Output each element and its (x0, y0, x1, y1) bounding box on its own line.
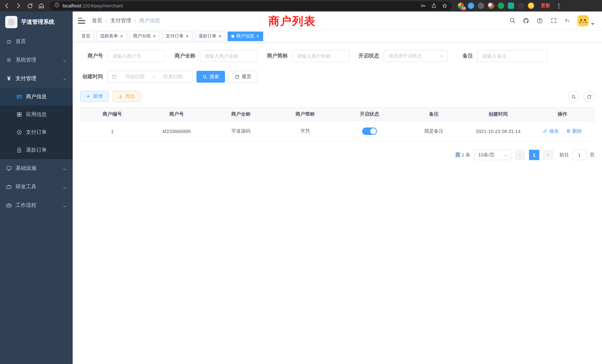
extension-icon-1[interactable]: 10 (458, 3, 464, 9)
close-icon[interactable]: × (120, 34, 123, 39)
close-icon[interactable]: × (218, 34, 222, 39)
date-separator: - (153, 74, 155, 79)
home-icon[interactable] (38, 3, 44, 9)
avatar-caret-icon[interactable] (591, 23, 595, 25)
page-number-1[interactable]: 1 (529, 150, 539, 160)
avatar[interactable] (578, 15, 589, 26)
tab-home[interactable]: 首页 (78, 31, 94, 41)
breadcrumb-payment[interactable]: 支付管理 (110, 17, 131, 24)
sidebar-item-dev-tools[interactable]: 研发工具 (0, 178, 73, 196)
info-icon[interactable] (54, 2, 60, 9)
sidebar-item-refund-orders[interactable]: 退款订单 (0, 141, 73, 159)
filter-row-2: 创建时间 开始日期 - 结束日期 搜索 重置 (80, 71, 595, 83)
full-name-input[interactable] (200, 50, 257, 62)
extension-icon-4[interactable] (488, 3, 494, 9)
table-header-row: 商户编号 商户号 商户全称 商户简称 开启状态 备注 创建时间 操作 (80, 107, 595, 121)
col-full-name: 商户全称 (209, 107, 273, 121)
hamburger-icon[interactable] (78, 18, 85, 23)
goto-page-input[interactable] (572, 150, 587, 160)
sidebar-item-label: 工作流程 (16, 202, 36, 209)
tab-user-group[interactable]: 用户分组 × (129, 31, 160, 41)
cell-merchant-no: M233666999 (144, 121, 209, 141)
sidebar-item-workflow[interactable]: 工作流程 (0, 196, 73, 215)
sidebar-item-system[interactable]: 系统管理 (0, 51, 73, 69)
close-icon[interactable]: × (256, 34, 259, 39)
tab-merchant-info[interactable]: 商户信息 × (228, 31, 263, 41)
tab-process-form[interactable]: 流程表单 × (96, 31, 127, 41)
bookmark-star-icon[interactable] (442, 3, 447, 9)
extension-icon-2[interactable] (468, 3, 474, 9)
breadcrumb-separator: / (135, 18, 136, 23)
table-row: 1 M233666999 芋道源码 芋艿 我是备注 2021-10-23 08:… (80, 121, 595, 141)
tab-label: 首页 (82, 33, 90, 39)
cell-short-name: 芋艿 (273, 121, 337, 141)
close-icon[interactable]: × (152, 34, 156, 39)
extension-icon-5[interactable] (498, 3, 504, 9)
fullscreen-icon[interactable] (550, 17, 557, 24)
prev-page-button[interactable] (515, 150, 525, 160)
help-icon[interactable] (536, 17, 543, 24)
back-icon[interactable] (4, 3, 10, 9)
github-icon[interactable] (523, 17, 529, 24)
cell-create-time: 2021-10-23 08:31:14 (466, 121, 530, 141)
chevron-down-icon (63, 166, 67, 170)
browser-update-button[interactable]: 更新 (541, 3, 550, 9)
breadcrumb: 首页 / 支付管理 / 商户信息 (92, 17, 160, 24)
chevron-left-icon (518, 153, 522, 157)
password-key-icon[interactable] (420, 3, 426, 9)
browser-menu-icon[interactable] (556, 2, 562, 9)
trash-icon (566, 129, 571, 134)
calendar-icon (112, 74, 117, 79)
reload-icon[interactable] (27, 3, 33, 9)
status-select[interactable]: 请选择开启状态 (384, 50, 448, 62)
delete-link[interactable]: 删除 (566, 128, 582, 135)
extension-icon-8[interactable] (528, 3, 534, 9)
remark-input[interactable] (477, 50, 546, 62)
next-page-button[interactable] (543, 150, 553, 160)
page-size-value: 10条/页 (478, 152, 494, 158)
tab-refund-orders[interactable]: 退款订单 × (195, 31, 226, 41)
search-icon (571, 94, 576, 99)
plus-icon (86, 94, 91, 99)
breadcrumb-home[interactable]: 首页 (92, 17, 102, 24)
short-name-input[interactable] (292, 50, 350, 62)
sidebar-item-app-info[interactable]: 应用信息 (0, 106, 73, 123)
close-icon[interactable]: × (185, 34, 189, 39)
edit-link[interactable]: 修改 (543, 128, 559, 135)
forward-icon[interactable] (15, 3, 22, 9)
refresh-table-button[interactable] (583, 91, 595, 102)
topbar: 首页 / 支付管理 / 商户信息 商户列表 TT (73, 11, 602, 30)
app-title: 芋道管理系统 (21, 18, 54, 25)
tab-pay-orders[interactable]: 支付订单 × (162, 31, 193, 41)
sidebar-item-payment[interactable]: ¥ 支付管理 (0, 69, 73, 88)
sidebar-item-home[interactable]: 首页 (0, 32, 73, 51)
page-size-select[interactable]: 10条/页 (474, 150, 511, 160)
extension-icon-7[interactable] (518, 3, 524, 9)
target-icon (16, 129, 22, 135)
chevron-down-icon (439, 54, 444, 58)
sidebar-item-infrastructure[interactable]: 基础设施 (0, 159, 73, 178)
search-icon[interactable] (509, 17, 516, 24)
font-size-icon[interactable]: TT (564, 17, 570, 24)
extension-icon-6[interactable] (508, 3, 514, 9)
document-icon (16, 147, 22, 153)
create-time-range-picker[interactable]: 开始日期 - 结束日期 (108, 71, 193, 83)
merchant-no-input[interactable] (108, 50, 165, 62)
sidebar-item-merchant-info[interactable]: 商户信息 (0, 88, 73, 106)
reset-button[interactable]: 重置 (229, 71, 257, 83)
extension-icon-3[interactable] (478, 3, 484, 9)
sidebar-item-label: 系统管理 (16, 57, 36, 63)
goto-suffix-label: 页 (590, 152, 595, 158)
status-toggle[interactable] (362, 128, 377, 135)
col-remark: 备注 (402, 107, 466, 121)
show-search-toggle-button[interactable] (568, 91, 579, 102)
share-icon[interactable] (431, 3, 437, 9)
address-bar[interactable]: localhost:1024/pay/merchant (50, 1, 452, 10)
sidebar-item-pay-orders[interactable]: 支付订单 (0, 123, 73, 141)
search-button[interactable]: 搜索 (196, 71, 225, 83)
logo[interactable]: 芋道管理系统 (0, 11, 73, 32)
add-button[interactable]: 新增 (80, 91, 109, 102)
export-button[interactable]: 导出 (112, 91, 141, 102)
page-jumper: 前往 页 (559, 150, 595, 160)
browser-chrome: localhost:1024/pay/merchant 10 更新 (0, 0, 602, 11)
